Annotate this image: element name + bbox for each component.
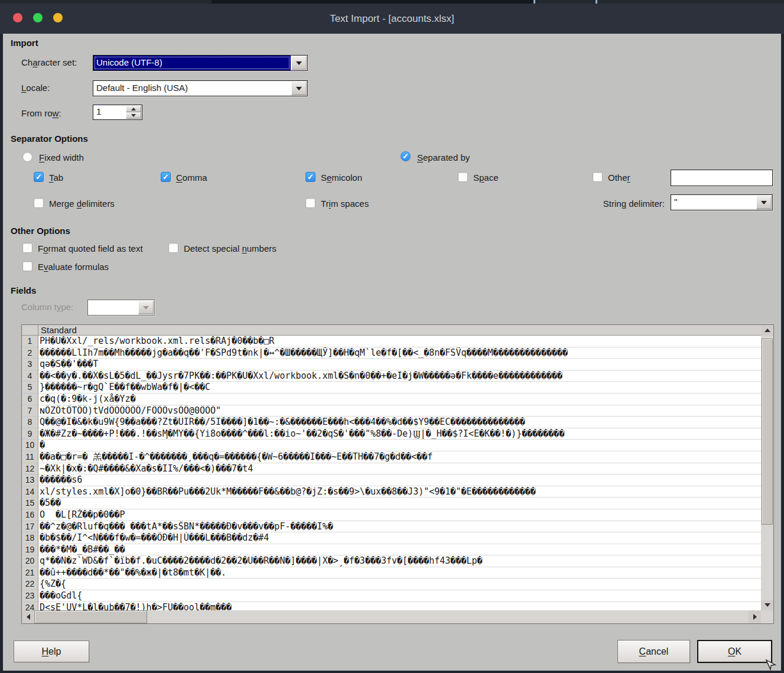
spin-up-button[interactable]	[126, 106, 141, 112]
scroll-right-button[interactable]	[749, 610, 761, 623]
string-delimiter-combobox[interactable]: "	[671, 194, 773, 210]
row-data-cell[interactable]: {%Z�{	[38, 578, 761, 590]
horizontal-scrollbar-thumb[interactable]	[34, 610, 147, 623]
row-data-cell[interactable]: �5��	[38, 498, 761, 509]
row-number-cell: 24	[22, 602, 38, 610]
row-data-cell[interactable]: ~�Xk|�x�:�Q#����&�Xa�s�II%/���<�)���7�t4	[38, 463, 761, 475]
locale-combobox[interactable]: Default - English (USA)	[93, 80, 308, 96]
row-data-cell[interactable]: ���oGdl{	[38, 590, 761, 602]
fields-section-heading: Fields	[11, 285, 36, 295]
scroll-down-button[interactable]	[761, 600, 773, 610]
row-data-cell[interactable]: �	[38, 440, 761, 451]
semicolon-checkbox[interactable]: ✓	[305, 172, 315, 182]
checkmark-icon: ✓	[34, 173, 43, 181]
preview-table-row: 15 �5��	[22, 498, 761, 509]
row-number-cell: 20	[22, 555, 38, 567]
cancel-button-label: Cancel	[639, 646, 669, 657]
separated-by-radio[interactable]: ✓	[401, 151, 411, 161]
row-data-cell[interactable]: ������LlIh7m��Mh�����jg�a��q��'F�SPd9t�n…	[38, 347, 761, 359]
scroll-left-button[interactable]	[22, 610, 34, 623]
ok-button[interactable]: OK	[697, 640, 772, 663]
other-label: Other	[608, 173, 630, 183]
vertical-scrollbar[interactable]	[761, 325, 773, 610]
row-number-cell: 5	[22, 382, 38, 394]
ok-button-label: OK	[728, 646, 741, 657]
row-number-cell: 18	[22, 532, 38, 544]
row-data-cell[interactable]: ������s6	[38, 474, 761, 486]
charset-combobox[interactable]: Unicode (UTF-8)	[93, 55, 308, 71]
preview-table-row: 14 xl/styles.xml�X]o�0}��BR��Pu���2Uk*M�…	[22, 486, 761, 498]
fixed-width-radio[interactable]: ✓	[22, 152, 32, 162]
string-delimiter-dropdown-button[interactable]	[756, 196, 772, 209]
other-separator-input[interactable]	[671, 170, 773, 186]
row-number-cell: 2	[22, 347, 38, 359]
preview-table-row: 23 ���oGdl{	[22, 590, 761, 602]
column-type-combobox	[87, 300, 155, 316]
horizontal-scrollbar-track[interactable]	[147, 610, 749, 623]
evaluate-formulas-checkbox[interactable]: ✓	[22, 261, 32, 271]
spin-down-button[interactable]	[126, 112, 141, 119]
preview-table-row: 10 �	[22, 440, 761, 451]
preview-table-row: 13 ������s6	[22, 474, 761, 486]
row-number-cell: 8	[22, 417, 38, 428]
row-data-cell[interactable]: ��^z�@�Rluf�q��� ���tA*��sŜBN*�����Ð�v��…	[38, 521, 761, 533]
charset-dropdown-button[interactable]	[291, 56, 307, 70]
merge-delimiters-checkbox[interactable]: ✓	[34, 198, 44, 208]
detect-special-checkbox[interactable]: ✓	[168, 243, 178, 253]
vertical-scrollbar-thumb[interactable]	[762, 339, 773, 525]
space-label: Space	[473, 173, 499, 183]
row-data-cell[interactable]: xl/styles.xml�X]o�0}��BR��Pu���2Uk*M����…	[38, 486, 761, 498]
other-checkbox[interactable]: ✓	[593, 172, 603, 182]
tab-checkbox[interactable]: ✓	[34, 172, 44, 182]
horizontal-scrollbar[interactable]	[22, 610, 761, 623]
row-data-cell[interactable]: ���*�M�_�B#��_��	[38, 544, 761, 556]
comma-checkbox[interactable]: ✓	[161, 172, 171, 182]
scrollbar-corner	[761, 610, 773, 623]
chevron-down-icon	[765, 603, 770, 607]
comma-label: Comma	[176, 173, 207, 183]
scroll-up-button[interactable]	[761, 325, 773, 336]
chevron-right-icon	[753, 614, 757, 620]
cancel-button[interactable]: Cancel	[617, 640, 690, 663]
chevron-up-icon	[765, 329, 770, 332]
row-number-cell: 22	[22, 578, 38, 590]
row-data-cell[interactable]: ��a�□�r=� 羔�����I-�^�������¸���q�=������…	[38, 451, 761, 463]
row-number-cell: 14	[22, 486, 38, 498]
row-data-cell[interactable]: �b�$��/I^<N���f�w�=���ÖÐ�H|Ú���L���B��dz…	[38, 532, 761, 544]
preview-table-row: 24 D<sE'UV*L�l�ub��7�!)ḫ�>FU��ool��m���	[22, 602, 761, 610]
row-data-cell[interactable]: O �L[RŽ��p�0��P	[38, 509, 761, 521]
row-data-cell[interactable]: �Ж�#Zz�~����+P!���.!��sM̧�MY��{Yi8o����^…	[38, 428, 761, 440]
from-row-spinner[interactable]: 1	[93, 105, 142, 120]
string-delimiter-value: "	[671, 195, 756, 210]
string-delimiter-label: String delimiter:	[582, 199, 665, 209]
row-data-cell[interactable]: ��<��y�.��X�sL�5�dL_��Jysr�7PK��:��PK�U�…	[38, 370, 761, 382]
help-button[interactable]: Help	[14, 641, 89, 662]
checkmark-icon: ✓	[306, 173, 315, 181]
chevron-down-icon	[296, 61, 302, 65]
preview-table-row: 2 ������LlIh7m��Mh�����jg�a��q��'F�SPd9t…	[22, 347, 761, 359]
row-number-cell: 7	[22, 405, 38, 417]
preview-column-header[interactable]: Standard	[38, 325, 761, 336]
trim-spaces-checkbox[interactable]: ✓	[305, 198, 315, 208]
row-data-cell[interactable]: qə�S��'���T	[38, 359, 761, 370]
format-quoted-checkbox[interactable]: ✓	[22, 243, 32, 253]
row-data-cell[interactable]: Q��@�I�&�k�u9W{9��a���?Zt�UIR��/5I����]�…	[38, 417, 761, 428]
row-number-cell: 13	[22, 474, 38, 486]
chevron-up-icon	[131, 108, 136, 110]
row-number-cell: 17	[22, 521, 38, 533]
semicolon-label: Semicolon	[321, 173, 362, 183]
space-checkbox[interactable]: ✓	[458, 172, 468, 182]
preview-table-row: 3 qə�S��'���T	[22, 359, 761, 370]
row-data-cell[interactable]: ɴÖZÖtÖTÖÖ)tVdÖÖÖÖÖÖ/FÖÖÖvsÖÖ@0ÖÖÖ"	[38, 405, 761, 417]
chevron-left-icon	[27, 614, 30, 620]
preview-table-row: 5 }������~r�gQ`E��f��wbWa�f�|�<��C	[22, 382, 761, 394]
row-data-cell[interactable]: ��û++����d��*��"��%�ж�|�t8�mt�K|��.	[38, 567, 761, 579]
locale-dropdown-button[interactable]	[291, 82, 307, 95]
preview-table-row: 16 O �L[RŽ��p�0��P	[22, 509, 761, 521]
charset-label: Character set:	[21, 57, 77, 67]
row-data-cell[interactable]: c�q(�:9�k-j(xå�Yz�	[38, 394, 761, 405]
row-data-cell[interactable]: PH�U�Xxl/_rels/workbook.xml.rels�RAj�0��…	[38, 336, 761, 347]
row-data-cell[interactable]: }������~r�gQ`E��f��wbWa�f�|�<��C	[38, 382, 761, 394]
row-data-cell[interactable]: D<sE'UV*L�l�ub��7�!)ḫ�>FU��ool��m���	[38, 602, 761, 610]
row-data-cell[interactable]: q*��N�z`WD&�f`�ïb�f.�uC����2����d�2��2�U…	[38, 555, 761, 567]
